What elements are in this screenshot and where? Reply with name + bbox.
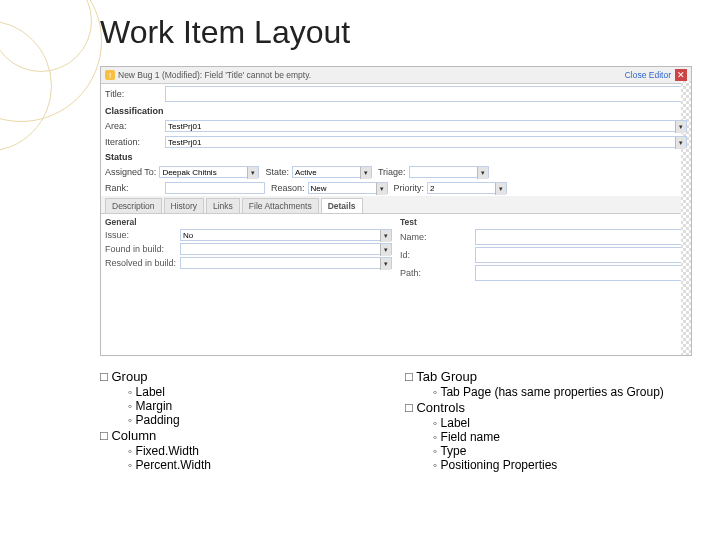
- outline-item: Label: [128, 385, 385, 399]
- priority-label: Priority:: [394, 183, 425, 193]
- state-label: State:: [265, 167, 289, 177]
- slide-title: Work Item Layout: [100, 14, 350, 51]
- state-dropdown[interactable]: ▾: [292, 166, 372, 178]
- outline-item: Positioning Properties: [433, 458, 690, 472]
- topbar-message: New Bug 1 (Modified): Field 'Title' cann…: [118, 70, 311, 80]
- outline-item: Label: [433, 416, 690, 430]
- tab-links[interactable]: Links: [206, 198, 240, 213]
- path-input[interactable]: [475, 265, 687, 281]
- reason-dropdown[interactable]: ▾: [308, 182, 388, 194]
- title-row: Title:: [101, 84, 691, 104]
- rank-field[interactable]: [165, 182, 265, 194]
- bg-ring-1: [0, 0, 102, 122]
- chevron-down-icon[interactable]: ▾: [247, 167, 258, 179]
- outline-item: Type: [433, 444, 690, 458]
- outline-item: Tab Page (has same properties as Group): [433, 385, 690, 399]
- outline-tabgroup: Tab Group: [405, 368, 690, 385]
- chevron-down-icon[interactable]: ▾: [675, 137, 686, 149]
- found-dropdown[interactable]: ▾: [180, 243, 392, 255]
- resolved-label: Resolved in build:: [105, 258, 177, 268]
- outline-item: Padding: [128, 413, 385, 427]
- outline-column: Column: [100, 427, 385, 444]
- triage-label: Triage:: [378, 167, 406, 177]
- rank-label: Rank:: [105, 183, 162, 193]
- name-input[interactable]: [475, 229, 687, 245]
- triage-dropdown[interactable]: ▾: [409, 166, 489, 178]
- area-input[interactable]: [165, 120, 687, 132]
- outline-item: Field name: [433, 430, 690, 444]
- assigned-dropdown[interactable]: ▾: [159, 166, 259, 178]
- path-label: Path:: [400, 268, 472, 278]
- outline-notes: Group Label Margin Padding Column Fixed.…: [100, 368, 690, 472]
- found-input[interactable]: [180, 243, 392, 255]
- iteration-label: Iteration:: [105, 137, 165, 147]
- general-heading: General: [105, 216, 392, 228]
- chevron-down-icon[interactable]: ▾: [360, 167, 371, 179]
- classification-heading: Classification: [101, 104, 691, 118]
- resolved-input[interactable]: [180, 257, 392, 269]
- tab-file-attachments[interactable]: File Attachments: [242, 198, 319, 213]
- title-label: Title:: [105, 89, 165, 99]
- issue-input[interactable]: [180, 229, 392, 241]
- chevron-down-icon[interactable]: ▾: [376, 183, 387, 195]
- warning-icon: !: [105, 70, 115, 80]
- work-item-editor: ! New Bug 1 (Modified): Field 'Title' ca…: [100, 66, 692, 356]
- tab-history[interactable]: History: [164, 198, 204, 213]
- title-input[interactable]: [165, 86, 687, 102]
- status-heading: Status: [101, 150, 691, 164]
- outline-item: Percent.Width: [128, 458, 385, 472]
- priority-dropdown[interactable]: ▾: [427, 182, 507, 194]
- outline-group: Group: [100, 368, 385, 385]
- tab-description[interactable]: Description: [105, 198, 162, 213]
- outline-controls: Controls: [405, 399, 690, 416]
- id-label: Id:: [400, 250, 472, 260]
- id-input[interactable]: [475, 247, 687, 263]
- iteration-dropdown[interactable]: ▾: [165, 136, 687, 148]
- chevron-down-icon[interactable]: ▾: [495, 183, 506, 195]
- area-label: Area:: [105, 121, 165, 131]
- resolved-dropdown[interactable]: ▾: [180, 257, 392, 269]
- tab-group: Description History Links File Attachmen…: [101, 196, 691, 214]
- chevron-down-icon[interactable]: ▾: [477, 167, 488, 179]
- assigned-label: Assigned To:: [105, 167, 156, 177]
- chevron-down-icon[interactable]: ▾: [380, 244, 391, 256]
- assigned-input[interactable]: [159, 166, 259, 178]
- issue-label: Issue:: [105, 230, 177, 240]
- chevron-down-icon[interactable]: ▾: [380, 258, 391, 270]
- outline-item: Fixed.Width: [128, 444, 385, 458]
- close-icon[interactable]: ✕: [675, 69, 687, 81]
- test-heading: Test: [400, 216, 687, 228]
- name-label: Name:: [400, 232, 472, 242]
- details-panel: General Issue: ▾ Found in build: ▾ Resol…: [101, 214, 691, 284]
- found-label: Found in build:: [105, 244, 177, 254]
- editor-topbar: ! New Bug 1 (Modified): Field 'Title' ca…: [101, 67, 691, 84]
- outline-left: Group Label Margin Padding Column Fixed.…: [100, 368, 385, 472]
- close-editor-button[interactable]: Close Editor: [625, 70, 671, 80]
- rank-input[interactable]: [165, 182, 265, 194]
- area-dropdown[interactable]: ▾: [165, 120, 687, 132]
- outline-right: Tab Group Tab Page (has same properties …: [405, 368, 690, 472]
- bg-ring-3: [0, 20, 52, 152]
- reason-label: Reason:: [271, 183, 305, 193]
- chevron-down-icon[interactable]: ▾: [380, 230, 391, 242]
- bg-ring-2: [0, 0, 92, 72]
- issue-dropdown[interactable]: ▾: [180, 229, 392, 241]
- iteration-input[interactable]: [165, 136, 687, 148]
- tab-details[interactable]: Details: [321, 198, 363, 213]
- outline-item: Margin: [128, 399, 385, 413]
- chevron-down-icon[interactable]: ▾: [675, 121, 686, 133]
